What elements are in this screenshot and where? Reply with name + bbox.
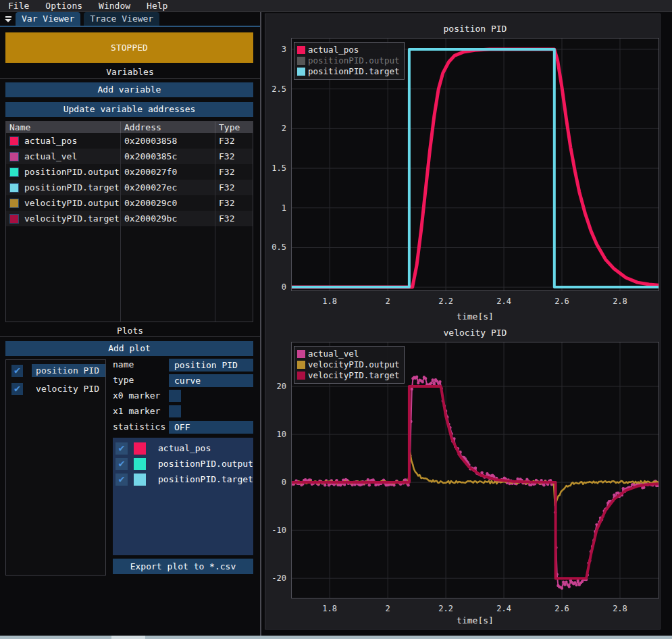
variable-name-cell: positionPID.target: [6, 180, 121, 195]
add-plot-button[interactable]: Add plot: [5, 341, 253, 356]
series-list-item[interactable]: ✔ positionPID.output: [113, 456, 253, 471]
export-csv-button[interactable]: Export plot to *.csv: [113, 559, 253, 574]
plot-list-item[interactable]: ✔ velocity PID: [11, 381, 105, 397]
y-axis-tick-label: 0: [263, 478, 286, 487]
series-visible-checkbox[interactable]: ✔: [115, 442, 128, 455]
y-axis-tick-label: 0: [263, 282, 286, 292]
variable-name: positionPID.output: [24, 167, 120, 177]
column-header-type[interactable]: Type: [215, 122, 253, 133]
legend-item[interactable]: actual_vel: [297, 349, 399, 359]
legend-item[interactable]: velocityPID.target: [297, 370, 399, 381]
tab-list-icon[interactable]: [3, 14, 14, 24]
x1-marker-label: x1 marker: [113, 405, 160, 417]
plot-list-item[interactable]: ✔ position PID: [11, 363, 105, 378]
series-list-item[interactable]: ✔ actual_pos: [113, 440, 253, 456]
legend-item[interactable]: positionPID.target: [297, 66, 399, 77]
variable-name-cell: actual_pos: [6, 133, 121, 149]
y-axis-tick-label: 2: [263, 124, 286, 133]
variable-type-cell: F32: [215, 149, 253, 164]
legend-label: positionPID.output: [308, 55, 399, 66]
tab-trace-viewer[interactable]: Trace Viewer: [84, 12, 159, 26]
x-axis-tick-label: 2.2: [430, 604, 462, 613]
series-color-swatch[interactable]: [134, 474, 146, 486]
table-row[interactable]: actual_vel 0x2000385c F32: [6, 149, 253, 164]
type-field-label: type: [113, 374, 134, 386]
x-axis-tick-label: 2.6: [546, 297, 578, 306]
x1-marker-checkbox[interactable]: [169, 405, 181, 417]
legend-item[interactable]: positionPID.output: [297, 55, 399, 66]
y-axis-tick-label: 1.5: [263, 163, 286, 173]
legend-swatch: [297, 68, 305, 76]
variable-address-cell: 0x200029c0: [121, 195, 215, 211]
menu-window[interactable]: Window: [91, 0, 138, 12]
x0-marker-checkbox[interactable]: [169, 390, 181, 402]
series-color-swatch[interactable]: [134, 442, 146, 455]
variable-name: actual_pos: [24, 136, 77, 146]
variable-color-swatch[interactable]: [9, 199, 19, 208]
y-axis-tick-label: 2.5: [263, 84, 286, 94]
series-color-swatch[interactable]: [134, 458, 146, 470]
y-axis-tick-label: 10: [263, 430, 286, 439]
plot-legend: actual_pospositionPID.outputpositionPID.…: [294, 42, 405, 80]
table-row[interactable]: velocityPID.output 0x200029c0 F32: [6, 195, 253, 211]
plot-name-input[interactable]: position PID: [169, 359, 253, 372]
scrollbar-thumb[interactable]: [111, 636, 145, 639]
variable-color-swatch[interactable]: [9, 136, 19, 146]
table-row[interactable]: actual_pos 0x20003858 F32: [6, 133, 253, 149]
variable-address-cell: 0x20003858: [121, 133, 215, 149]
variable-type-cell: F32: [215, 195, 253, 211]
plot-type-select[interactable]: curve: [169, 374, 253, 387]
position-chart-title: position PID: [291, 24, 659, 34]
variables-table-empty-area: [6, 226, 253, 322]
variable-color-swatch[interactable]: [9, 152, 19, 161]
menu-file[interactable]: File: [0, 0, 37, 12]
variable-color-swatch[interactable]: [9, 183, 19, 193]
series-list-item[interactable]: ✔ positionPID.target: [113, 471, 253, 487]
variable-address-cell: 0x2000385c: [121, 149, 215, 164]
table-row[interactable]: velocityPID.target 0x200029bc F32: [6, 211, 253, 226]
y-axis-tick-label: 3: [263, 45, 286, 54]
x-axis-tick-label: 1.8: [313, 297, 346, 306]
x-axis-tick-label: 2.2: [430, 297, 462, 306]
variable-color-swatch[interactable]: [9, 168, 19, 177]
variable-type-cell: F32: [215, 164, 253, 180]
variable-name: velocityPID.target: [24, 213, 120, 224]
legend-item[interactable]: velocityPID.output: [297, 359, 399, 370]
menu-options[interactable]: Options: [37, 0, 91, 12]
table-row[interactable]: positionPID.target 0x200027ec F32: [6, 180, 253, 195]
velocity-pid-plot[interactable]: -20-10010201.822.22.42.62.8actual_velvel…: [291, 342, 659, 598]
plot-list-label[interactable]: position PID: [32, 364, 105, 377]
legend-swatch: [297, 350, 305, 358]
series-name: actual_pos: [158, 443, 211, 453]
column-header-address[interactable]: Address: [121, 122, 215, 133]
plot-list-label[interactable]: velocity PID: [32, 382, 105, 395]
plot-visible-checkbox[interactable]: ✔: [11, 365, 23, 377]
legend-item[interactable]: actual_pos: [297, 45, 399, 55]
table-row[interactable]: positionPID.output 0x200027f0 F32: [6, 164, 253, 180]
horizontal-scrollbar[interactable]: [0, 636, 672, 639]
update-variable-addresses-button[interactable]: Update variable addresses: [5, 102, 253, 117]
name-field-label: name: [113, 359, 134, 371]
series-visible-checkbox[interactable]: ✔: [115, 458, 128, 470]
plot-legend: actual_velvelocityPID.outputvelocityPID.…: [294, 346, 405, 384]
variable-name-cell: positionPID.output: [6, 164, 121, 180]
variable-name-cell: velocityPID.output: [6, 195, 121, 211]
tab-var-viewer[interactable]: Var Viewer: [16, 12, 80, 26]
column-header-name[interactable]: Name: [6, 122, 121, 133]
variable-type-cell: F32: [215, 133, 253, 149]
variable-name: actual_vel: [24, 151, 77, 161]
variable-name: positionPID.target: [24, 182, 120, 193]
statistics-toggle[interactable]: OFF: [169, 421, 253, 434]
variables-table-header: Name Address Type: [6, 122, 253, 133]
acquisition-state-button[interactable]: STOPPED: [5, 32, 253, 63]
x-axis-tick-label: 2.4: [488, 297, 520, 306]
series-visible-checkbox[interactable]: ✔: [115, 474, 128, 486]
variable-color-swatch[interactable]: [9, 214, 19, 224]
position-pid-plot[interactable]: 00.511.522.531.822.22.42.62.8actual_posp…: [291, 38, 659, 291]
add-variable-button[interactable]: Add variable: [5, 82, 253, 97]
charts-panel: position PID 00.511.522.531.822.22.42.62…: [265, 14, 661, 630]
series-name: positionPID.output: [158, 459, 253, 469]
plot-visible-checkbox[interactable]: ✔: [11, 383, 23, 395]
variable-type-cell: F32: [215, 180, 253, 195]
menu-help[interactable]: Help: [138, 0, 176, 12]
